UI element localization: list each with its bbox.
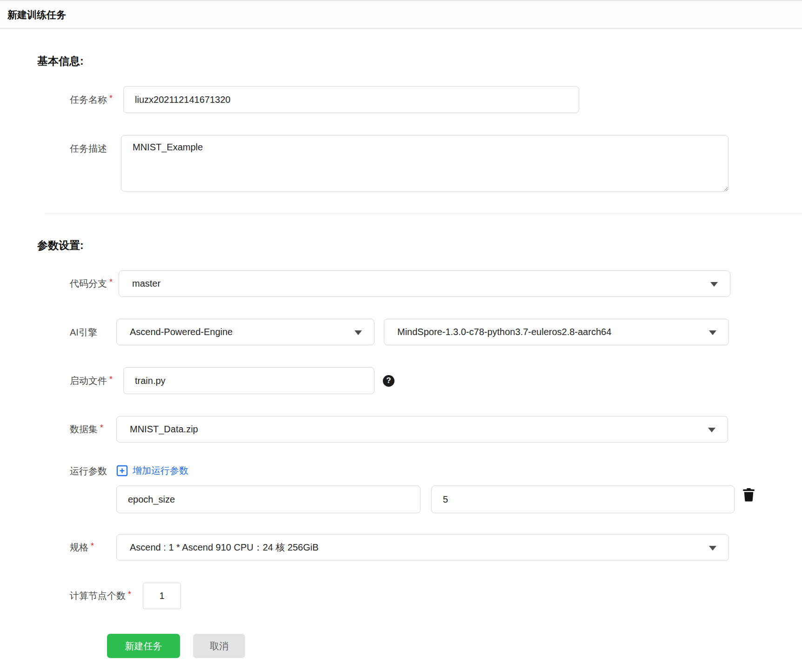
run-param-entry-row — [70, 485, 802, 513]
task-name-label-text: 任务名称 — [70, 94, 107, 105]
ai-engine-label-text: AI引擎 — [70, 327, 97, 337]
ai-engine-value: Ascend-Powered-Engine — [130, 327, 233, 337]
ai-engine-select[interactable]: Ascend-Powered-Engine — [116, 319, 374, 345]
spec-select[interactable]: Ascend : 1 * Ascend 910 CPU：24 核 256GiB — [116, 534, 729, 561]
task-desc-label-text: 任务描述 — [70, 143, 107, 154]
spec-label: 规格* — [70, 541, 116, 554]
code-branch-row: 代码分支* master — [70, 270, 802, 297]
dataset-label: 数据集* — [70, 423, 116, 436]
chevron-down-icon — [710, 282, 718, 287]
run-param-key-input[interactable] — [116, 485, 421, 513]
task-desc-textarea[interactable]: MNIST_Example — [121, 135, 728, 192]
node-count-row: 计算节点个数* — [70, 583, 802, 609]
required-asterisk: * — [100, 423, 103, 432]
task-name-label: 任务名称* — [70, 94, 119, 106]
help-icon[interactable]: ? — [383, 375, 394, 387]
actions-row: 新建任务 取消 — [107, 634, 802, 658]
params-heading: 参数设置: — [37, 238, 802, 253]
add-run-param-label: 增加运行参数 — [133, 464, 188, 477]
chevron-down-icon — [708, 428, 715, 432]
task-desc-label: 任务描述 — [70, 142, 116, 155]
boot-file-row: 启动文件* ? — [70, 367, 802, 394]
dataset-select[interactable]: MNIST_Data.zip — [116, 416, 728, 443]
form-content: 基本信息: 任务名称* 任务描述 MNIST_Example 参数设置: 代码分… — [0, 29, 802, 658]
page-title: 新建训练任务 — [7, 8, 66, 21]
spec-label-text: 规格 — [70, 542, 88, 552]
required-asterisk: * — [91, 541, 94, 551]
trash-icon — [742, 488, 755, 502]
engine-version-value: MindSpore-1.3.0-c78-python3.7-euleros2.8… — [397, 327, 611, 337]
boot-file-label-text: 启动文件 — [70, 376, 107, 386]
run-params-row: 运行参数 增加运行参数 — [70, 464, 802, 477]
run-param-value-input[interactable] — [431, 485, 735, 513]
required-asterisk: * — [109, 375, 113, 384]
node-count-label-text: 计算节点个数 — [70, 591, 126, 601]
submit-button[interactable]: 新建任务 — [107, 634, 180, 658]
code-branch-value: master — [132, 278, 160, 289]
task-desc-row: 任务描述 MNIST_Example — [70, 135, 802, 192]
required-asterisk: * — [109, 94, 113, 103]
page-header: 新建训练任务 — [0, 0, 802, 29]
code-branch-label-text: 代码分支 — [70, 278, 107, 289]
delete-param-button[interactable] — [742, 488, 755, 502]
add-run-param-link[interactable]: 增加运行参数 — [116, 464, 188, 477]
boot-file-input[interactable] — [123, 367, 374, 394]
boot-file-label: 启动文件* — [70, 375, 119, 387]
spec-value: Ascend : 1 * Ascend 910 CPU：24 核 256GiB — [130, 541, 319, 554]
required-asterisk: * — [128, 590, 131, 599]
spec-row: 规格* Ascend : 1 * Ascend 910 CPU：24 核 256… — [70, 534, 802, 561]
cancel-button[interactable]: 取消 — [193, 634, 245, 658]
run-params-label-text: 运行参数 — [70, 466, 107, 476]
section-divider — [45, 214, 802, 214]
code-branch-select[interactable]: master — [119, 270, 730, 297]
ai-engine-row: AI引擎 Ascend-Powered-Engine MindSpore-1.3… — [70, 319, 802, 345]
task-name-input[interactable] — [123, 86, 579, 113]
chevron-down-icon — [709, 546, 716, 551]
run-params-label: 运行参数 — [70, 465, 116, 477]
node-count-label: 计算节点个数* — [70, 590, 137, 602]
node-count-input[interactable] — [143, 583, 181, 609]
chevron-down-icon — [354, 330, 362, 335]
ai-engine-label: AI引擎 — [70, 326, 116, 338]
dataset-label-text: 数据集 — [70, 424, 98, 434]
code-branch-label: 代码分支* — [70, 277, 119, 290]
dataset-value: MNIST_Data.zip — [130, 424, 198, 435]
dataset-row: 数据集* MNIST_Data.zip — [70, 416, 802, 443]
required-asterisk: * — [109, 277, 113, 287]
basic-info-heading: 基本信息: — [37, 54, 802, 68]
task-name-row: 任务名称* — [70, 86, 802, 113]
chevron-down-icon — [709, 330, 716, 335]
engine-version-select[interactable]: MindSpore-1.3.0-c78-python3.7-euleros2.8… — [384, 319, 729, 345]
plus-square-icon — [116, 465, 128, 477]
